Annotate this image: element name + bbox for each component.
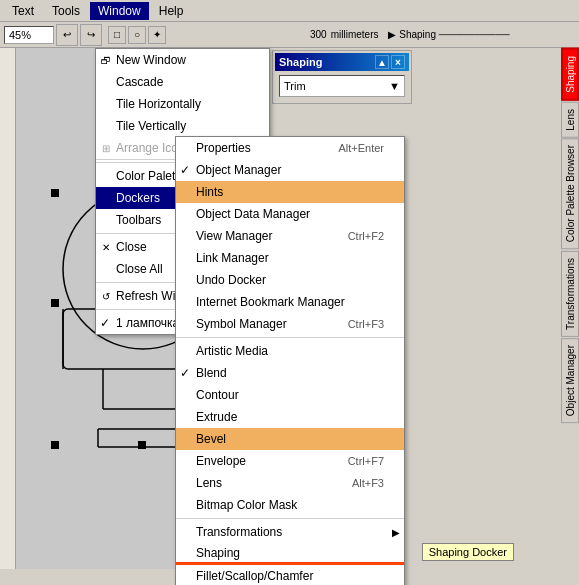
submenu-internet-bookmark[interactable]: Internet Bookmark Manager [176, 291, 404, 313]
close-icon: ✕ [98, 239, 114, 255]
submenu-artistic-media[interactable]: Artistic Media [176, 340, 404, 362]
menu-window[interactable]: Window [90, 2, 149, 20]
submenu-lens[interactable]: Lens Alt+F3 [176, 472, 404, 494]
arrange-icon: ⊞ [98, 140, 114, 156]
side-tab-color-palette[interactable]: Color Palette Browser [561, 138, 579, 249]
menu-help[interactable]: Help [151, 2, 192, 20]
refresh-icon: ↺ [98, 288, 114, 304]
menu-tools[interactable]: Tools [44, 2, 88, 20]
toolbar-btn-2[interactable]: ↪ [80, 24, 102, 46]
ruler-value: 300 [310, 29, 327, 40]
submenu-object-data[interactable]: Object Data Manager [176, 203, 404, 225]
zoom-input[interactable]: 45% [4, 26, 54, 44]
toolbar-btn-1[interactable]: ↩ [56, 24, 78, 46]
docker-close-btn[interactable]: × [391, 55, 405, 69]
submenu-view-manager[interactable]: View Manager Ctrl+F2 [176, 225, 404, 247]
side-tab-lens[interactable]: Lens [561, 102, 579, 138]
handle-tl [51, 189, 59, 197]
submenu-link-manager[interactable]: Link Manager [176, 247, 404, 269]
submenu-bevel[interactable]: Bevel [176, 428, 404, 450]
menu-text[interactable]: Text [4, 2, 42, 20]
submenu-blend[interactable]: ✓ Blend [176, 362, 404, 384]
submenu-contour[interactable]: Contour [176, 384, 404, 406]
menu-cascade[interactable]: Cascade [96, 71, 269, 93]
main-area: x Shaping ▲ × Trim ▼ Shap [0, 48, 579, 569]
trim-value: Trim [284, 80, 306, 92]
docker-pin-btn[interactable]: ▲ [375, 55, 389, 69]
submenu-sep-2 [176, 518, 404, 519]
trim-select[interactable]: Trim ▼ [279, 75, 405, 97]
submenu-hints[interactable]: Hints [176, 181, 404, 203]
checkmark-obj: ✓ [180, 163, 190, 177]
submenu-envelope[interactable]: Envelope Ctrl+F7 [176, 450, 404, 472]
handle-ml [51, 299, 59, 307]
side-tab-object-manager[interactable]: Object Manager [561, 338, 579, 423]
side-tabs: Shaping Lens Color Palette Browser Trans… [561, 48, 579, 423]
docker-title-text: Shaping [279, 56, 322, 68]
shaping-label: ▶ Shaping ────────── [388, 29, 509, 40]
submenu-symbol-manager[interactable]: Symbol Manager Ctrl+F3 [176, 313, 404, 335]
docker-title-bar: Shaping ▲ × [275, 53, 409, 71]
transformations-arrow: ▶ [392, 527, 400, 538]
submenu-shaping[interactable]: Shaping Shaping Docker [176, 543, 404, 565]
side-tab-shaping[interactable]: Shaping [561, 48, 579, 101]
menu-bar: Text Tools Window Help [0, 0, 579, 22]
submenu-sep-1 [176, 337, 404, 338]
toolbar-btn-5[interactable]: ✦ [148, 26, 166, 44]
shaping-docker-panel: Shaping ▲ × Trim ▼ [272, 50, 412, 104]
new-window-icon: 🗗 [98, 52, 114, 68]
ruler-unit: millimeters [331, 29, 379, 40]
toolbar-btn-4[interactable]: ○ [128, 26, 146, 44]
checkmark-blend: ✓ [180, 366, 190, 380]
toolbar: 45% ↩ ↪ □ ○ ✦ 300 millimeters ▶ Shaping … [0, 22, 579, 48]
menu-new-window[interactable]: 🗗 New Window [96, 49, 269, 71]
submenu-object-manager[interactable]: ✓ Object Manager [176, 159, 404, 181]
side-tab-transformations[interactable]: Transformations [561, 251, 579, 337]
submenu-fillet[interactable]: Fillet/Scallop/Chamfer [176, 565, 404, 585]
checkmark-1: ✓ [100, 316, 110, 330]
menu-tile-horiz[interactable]: Tile Horizontally [96, 93, 269, 115]
docker-body: Trim ▼ [275, 71, 409, 101]
submenu-transformations[interactable]: Transformations ▶ [176, 521, 404, 543]
handle-bm [138, 441, 146, 449]
shaping-tooltip: Shaping Docker [422, 543, 514, 561]
submenu-undo-docker[interactable]: Undo Docker [176, 269, 404, 291]
vertical-ruler [0, 48, 16, 569]
menu-tile-vert[interactable]: Tile Vertically [96, 115, 269, 137]
trim-arrow: ▼ [389, 80, 400, 92]
submenu-bitmap-color-mask[interactable]: Bitmap Color Mask [176, 494, 404, 516]
toolbar-btn-3[interactable]: □ [108, 26, 126, 44]
submenu-properties[interactable]: Properties Alt+Enter [176, 137, 404, 159]
submenu-extrude[interactable]: Extrude [176, 406, 404, 428]
dockers-submenu: Properties Alt+Enter ✓ Object Manager Hi… [175, 136, 405, 585]
handle-bl [51, 441, 59, 449]
